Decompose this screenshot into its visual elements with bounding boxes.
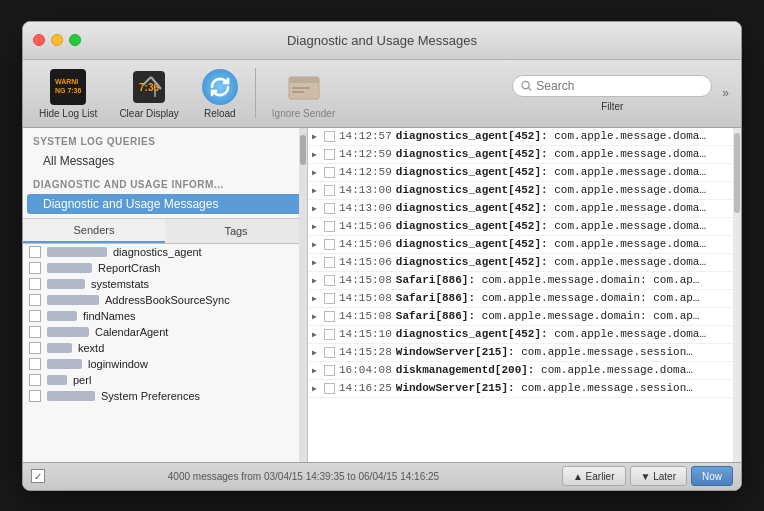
log-expand-arrow: ▶ bbox=[312, 312, 320, 321]
sender-checkbox[interactable] bbox=[29, 390, 41, 402]
log-expand-arrow: ▶ bbox=[312, 276, 320, 285]
sender-checkbox[interactable] bbox=[29, 326, 41, 338]
log-expand-arrow: ▶ bbox=[312, 150, 320, 159]
senders-tags-tabs: Senders Tags bbox=[23, 219, 307, 244]
svg-point-9 bbox=[522, 81, 529, 88]
later-button[interactable]: ▼ Later bbox=[630, 466, 687, 486]
log-message: diagnostics_agent[452]: com.apple.messag… bbox=[396, 328, 706, 340]
log-checkbox[interactable] bbox=[324, 383, 335, 394]
log-time: 14:15:28 bbox=[339, 346, 392, 358]
sender-checkbox[interactable] bbox=[29, 294, 41, 306]
status-checkbox[interactable] bbox=[31, 469, 45, 483]
log-checkbox[interactable] bbox=[324, 221, 335, 232]
sender-row[interactable]: AddressBookSourceSync bbox=[23, 292, 307, 308]
close-button[interactable] bbox=[33, 34, 45, 46]
sender-name: kextd bbox=[78, 342, 104, 354]
search-bar[interactable] bbox=[512, 75, 712, 97]
log-time: 14:12:59 bbox=[339, 166, 392, 178]
log-time: 14:15:08 bbox=[339, 274, 392, 286]
log-row[interactable]: ▶ 14:15:06 diagnostics_agent[452]: com.a… bbox=[308, 236, 733, 254]
sender-checkbox[interactable] bbox=[29, 374, 41, 386]
log-time: 16:04:08 bbox=[339, 364, 392, 376]
tab-senders[interactable]: Senders bbox=[23, 219, 165, 243]
log-time: 14:15:10 bbox=[339, 328, 392, 340]
log-message: WindowServer[215]: com.apple.message.ses… bbox=[396, 382, 693, 394]
clear-display-button[interactable]: 7:36 Clear Display bbox=[111, 64, 186, 123]
sidebar-item-diagnostic[interactable]: Diagnostic and Usage Messages bbox=[27, 194, 303, 214]
log-row[interactable]: ▶ 14:13:00 diagnostics_agent[452]: com.a… bbox=[308, 182, 733, 200]
sender-row[interactable]: ReportCrash bbox=[23, 260, 307, 276]
sender-row[interactable]: kextd bbox=[23, 340, 307, 356]
log-row[interactable]: ▶ 14:15:06 diagnostics_agent[452]: com.a… bbox=[308, 218, 733, 236]
earlier-button[interactable]: ▲ Earlier bbox=[562, 466, 626, 486]
log-checkbox[interactable] bbox=[324, 239, 335, 250]
log-row[interactable]: ▶ 14:16:25 WindowServer[215]: com.apple.… bbox=[308, 380, 733, 398]
log-time: 14:15:06 bbox=[339, 238, 392, 250]
sender-checkbox[interactable] bbox=[29, 310, 41, 322]
log-row[interactable]: ▶ 16:04:08 diskmanagementd[200]: com.app… bbox=[308, 362, 733, 380]
sender-checkbox[interactable] bbox=[29, 342, 41, 354]
sender-row[interactable]: systemstats bbox=[23, 276, 307, 292]
sidebar-scrollbar[interactable] bbox=[299, 128, 307, 462]
log-message: diagnostics_agent[452]: com.apple.messag… bbox=[396, 166, 706, 178]
sender-row[interactable]: diagnostics_agent bbox=[23, 244, 307, 260]
sender-checkbox[interactable] bbox=[29, 246, 41, 258]
log-checkbox[interactable] bbox=[324, 329, 335, 340]
log-message: Safari[886]: com.apple.message.domain: c… bbox=[396, 292, 700, 304]
log-row[interactable]: ▶ 14:15:08 Safari[886]: com.apple.messag… bbox=[308, 308, 733, 326]
minimize-button[interactable] bbox=[51, 34, 63, 46]
hide-log-icon: WARNING 7:36 bbox=[49, 68, 87, 106]
sender-checkbox[interactable] bbox=[29, 278, 41, 290]
log-checkbox[interactable] bbox=[324, 257, 335, 268]
sender-row[interactable]: loginwindow bbox=[23, 356, 307, 372]
log-row[interactable]: ▶ 14:12:59 diagnostics_agent[452]: com.a… bbox=[308, 164, 733, 182]
log-row[interactable]: ▶ 14:15:10 diagnostics_agent[452]: com.a… bbox=[308, 326, 733, 344]
reload-button[interactable]: Reload bbox=[193, 64, 247, 123]
log-row[interactable]: ▶ 14:15:08 Safari[886]: com.apple.messag… bbox=[308, 290, 733, 308]
sender-name: System Preferences bbox=[101, 390, 200, 402]
sender-checkbox[interactable] bbox=[29, 358, 41, 370]
log-message: diagnostics_agent[452]: com.apple.messag… bbox=[396, 220, 706, 232]
log-checkbox[interactable] bbox=[324, 149, 335, 160]
ignore-sender-button[interactable]: Ignore Sender bbox=[264, 64, 343, 123]
now-button[interactable]: Now bbox=[691, 466, 733, 486]
log-time: 14:15:06 bbox=[339, 220, 392, 232]
log-row[interactable]: ▶ 14:15:28 WindowServer[215]: com.apple.… bbox=[308, 344, 733, 362]
log-row[interactable]: ▶ 14:13:00 diagnostics_agent[452]: com.a… bbox=[308, 200, 733, 218]
log-row[interactable]: ▶ 14:12:59 diagnostics_agent[452]: com.a… bbox=[308, 146, 733, 164]
sender-row[interactable]: System Preferences bbox=[23, 388, 307, 404]
log-checkbox[interactable] bbox=[324, 311, 335, 322]
search-icon bbox=[521, 80, 532, 92]
log-row[interactable]: ▶ 14:15:06 diagnostics_agent[452]: com.a… bbox=[308, 254, 733, 272]
log-area: ▶ 14:12:57 diagnostics_agent[452]: com.a… bbox=[308, 128, 741, 462]
search-input[interactable] bbox=[536, 79, 703, 93]
hide-log-list-button[interactable]: WARNING 7:36 Hide Log List bbox=[31, 64, 105, 123]
tab-tags[interactable]: Tags bbox=[165, 219, 307, 243]
log-checkbox[interactable] bbox=[324, 167, 335, 178]
log-checkbox[interactable] bbox=[324, 293, 335, 304]
log-checkbox[interactable] bbox=[324, 185, 335, 196]
log-expand-arrow: ▶ bbox=[312, 222, 320, 231]
log-checkbox[interactable] bbox=[324, 131, 335, 142]
log-checkbox[interactable] bbox=[324, 365, 335, 376]
log-row[interactable]: ▶ 14:15:08 Safari[886]: com.apple.messag… bbox=[308, 272, 733, 290]
main-content: SYSTEM LOG QUERIES All Messages DIAGNOST… bbox=[23, 128, 741, 462]
maximize-button[interactable] bbox=[69, 34, 81, 46]
clear-display-label: Clear Display bbox=[119, 108, 178, 119]
log-expand-arrow: ▶ bbox=[312, 240, 320, 249]
sender-bar bbox=[47, 247, 107, 257]
sender-checkbox[interactable] bbox=[29, 262, 41, 274]
sender-row[interactable]: CalendarAgent bbox=[23, 324, 307, 340]
log-checkbox[interactable] bbox=[324, 275, 335, 286]
sidebar-item-all-messages[interactable]: All Messages bbox=[23, 151, 307, 171]
expand-arrows[interactable]: » bbox=[718, 82, 733, 104]
log-expand-arrow: ▶ bbox=[312, 294, 320, 303]
log-checkbox[interactable] bbox=[324, 347, 335, 358]
main-window: Diagnostic and Usage Messages WARNING 7:… bbox=[22, 21, 742, 491]
sender-row[interactable]: perl bbox=[23, 372, 307, 388]
sender-row[interactable]: findNames bbox=[23, 308, 307, 324]
sender-name: diagnostics_agent bbox=[113, 246, 202, 258]
log-row[interactable]: ▶ 14:12:57 diagnostics_agent[452]: com.a… bbox=[308, 128, 733, 146]
log-checkbox[interactable] bbox=[324, 203, 335, 214]
log-scrollbar[interactable] bbox=[733, 128, 741, 462]
